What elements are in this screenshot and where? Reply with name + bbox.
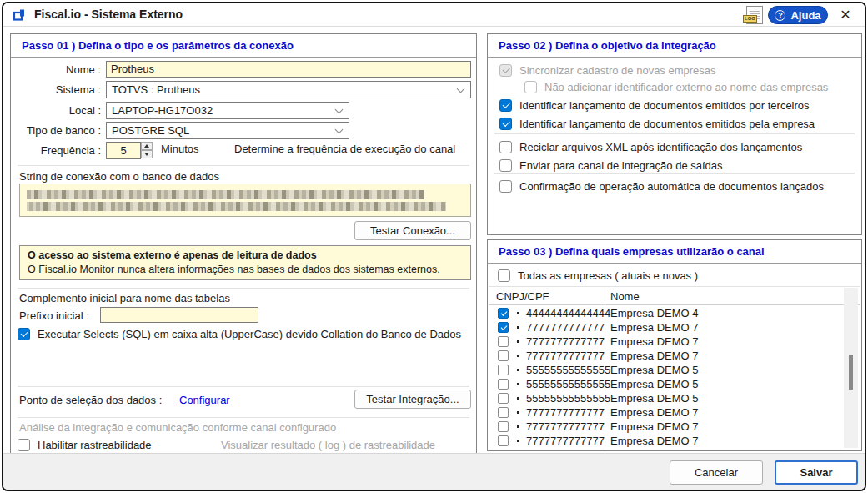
company-cnpj: 7777777777777	[526, 335, 610, 348]
company-checkbox[interactable]	[498, 322, 509, 333]
option-auto-confirm[interactable]: Confirmação de operação automática de do…	[499, 179, 824, 194]
frequencia-unit: Minutos	[161, 143, 199, 155]
divider	[18, 386, 469, 387]
no-external-id-checkbox[interactable]	[524, 81, 537, 93]
company-name: Empresa DEMO 5	[610, 378, 698, 390]
passo3-header: Passo 03 ) Defina quais empresas utiliza…	[488, 240, 861, 264]
company-row[interactable]: 44444444444444Empresa DEMO 4	[489, 306, 841, 320]
uppercase-checkbox[interactable]	[18, 328, 30, 340]
company-cnpj: 55555555555555	[526, 392, 610, 405]
local-label: Local :	[11, 103, 101, 119]
send-output-channel-checkbox[interactable]	[499, 159, 512, 172]
company-checkbox[interactable]	[498, 407, 509, 418]
company-row[interactable]: 55555555555555Empresa DEMO 5	[489, 391, 841, 405]
identify-third-party-checkbox[interactable]	[499, 99, 512, 112]
passo1-header: Passo 01 ) Defina o tipo e os parâmetros…	[11, 34, 476, 58]
log-file-icon[interactable]: LOG	[746, 6, 763, 24]
company-checkbox[interactable]	[498, 365, 509, 375]
all-companies-checkbox[interactable]	[498, 269, 510, 282]
test-connection-button[interactable]: Testar Conexão...	[354, 221, 471, 240]
nome-label: Nome :	[11, 62, 101, 78]
divider	[18, 288, 469, 289]
company-row[interactable]	[489, 448, 841, 449]
all-companies-option-row[interactable]: Todas as empresas ( atuais e novas )	[498, 268, 698, 283]
scrollbar-track[interactable]	[844, 288, 858, 448]
company-cnpj: 55555555555555	[526, 378, 610, 390]
company-cnpj: 44444444444444	[526, 307, 610, 319]
option-no-external-id[interactable]: Não adicionar identificador externo ao n…	[524, 79, 828, 94]
panel-passo-01: Passo 01 ) Defina o tipo e os parâmetros…	[10, 33, 477, 454]
nome-input[interactable]: Protheus	[106, 61, 471, 78]
bullet-icon	[517, 440, 519, 442]
readonly-notice-title: O acesso ao sistema externo é apenas de …	[28, 249, 463, 263]
cancel-button[interactable]: Cancelar	[670, 460, 763, 485]
company-checkbox[interactable]	[498, 350, 509, 361]
company-name: Empresa DEMO 7	[610, 435, 698, 447]
company-row[interactable]: 55555555555555Empresa DEMO 5	[489, 363, 841, 377]
company-checkbox[interactable]	[498, 336, 509, 347]
company-checkbox[interactable]	[498, 308, 509, 319]
chevron-down-icon	[457, 85, 465, 93]
conn-string-input[interactable]	[19, 184, 471, 217]
column-header-nome[interactable]: Nome	[610, 290, 640, 303]
company-checkbox[interactable]	[498, 379, 509, 390]
stepper-up-icon[interactable]	[141, 142, 153, 150]
bullet-icon	[517, 355, 519, 357]
passo2-header: Passo 02 ) Defina o objetivo da integraç…	[488, 34, 861, 58]
configure-link[interactable]: Configurar	[179, 394, 230, 406]
company-checkbox[interactable]	[498, 421, 509, 432]
column-header-cnpj[interactable]: CNPJ/CPF	[496, 290, 549, 303]
recycle-xml-checkbox[interactable]	[499, 141, 512, 153]
option-label: Identificar lançamento de documentos emi…	[519, 118, 815, 130]
close-icon[interactable]: ✕	[835, 4, 855, 26]
redacted-text-line	[27, 190, 424, 199]
bullet-icon	[517, 369, 519, 371]
trace-option-row[interactable]: Habilitar rastreabilidade	[18, 437, 152, 452]
company-checkbox[interactable]	[498, 435, 509, 446]
stepper-down-icon[interactable]	[141, 150, 153, 158]
local-select[interactable]: LAPTOP-HG17O032	[106, 102, 349, 119]
company-name: Empresa DEMO 5	[610, 392, 698, 405]
window-title: Fiscal.io - Sistema Externo	[34, 3, 183, 26]
option-recycle-xml[interactable]: Reciclar arquivos XML após identificação…	[499, 139, 802, 154]
company-row[interactable]: 7777777777777Empresa DEMO 7	[489, 349, 841, 363]
sync-companies-checkbox[interactable]	[499, 64, 512, 77]
frequencia-label: Frequência :	[11, 143, 101, 159]
help-button[interactable]: ? Ajuda	[768, 6, 828, 24]
uppercase-option-label: Executar Selects (SQL) em caixa alta (Up…	[38, 328, 461, 340]
frequencia-value[interactable]: 5	[106, 142, 141, 159]
company-row[interactable]: 7777777777777Empresa DEMO 7	[489, 320, 841, 335]
bullet-icon	[517, 326, 519, 329]
divider	[489, 304, 860, 305]
frequencia-stepper[interactable]: 5	[106, 142, 153, 159]
company-name: Empresa DEMO 7	[610, 406, 698, 419]
company-row[interactable]: 55555555555555Empresa DEMO 5	[489, 377, 841, 391]
auto-confirm-checkbox[interactable]	[499, 180, 512, 193]
bullet-icon	[517, 397, 519, 400]
tipo-banco-select-value: POSTGRE SQL	[112, 124, 189, 137]
company-name: Empresa DEMO 4	[610, 307, 698, 319]
test-integration-button[interactable]: Testar Integração...	[354, 390, 471, 409]
bullet-icon	[517, 383, 519, 385]
trace-checkbox[interactable]	[18, 439, 30, 451]
identify-company-docs-checkbox[interactable]	[499, 118, 512, 130]
option-identify-third-party[interactable]: Identificar lançamento de documentos emi…	[499, 98, 810, 113]
company-row[interactable]: 7777777777777Empresa DEMO 7	[489, 420, 841, 434]
company-row[interactable]: 7777777777777Empresa DEMO 7	[489, 335, 841, 349]
option-identify-company-docs[interactable]: Identificar lançamento de documentos emi…	[499, 116, 815, 131]
scrollbar-thumb[interactable]	[849, 355, 853, 390]
company-list: 44444444444444Empresa DEMO 4777777777777…	[489, 306, 841, 449]
company-checkbox[interactable]	[498, 393, 509, 404]
option-sync-companies[interactable]: Sincronizar cadastro de novas empresas	[499, 63, 716, 78]
company-row[interactable]: 7777777777777Empresa DEMO 7	[489, 434, 841, 448]
company-row[interactable]: 7777777777777Empresa DEMO 7	[489, 405, 841, 420]
analysis-hint: Análise da integração e comunicação conf…	[19, 421, 336, 434]
bullet-icon	[517, 312, 519, 314]
sistema-select[interactable]: TOTVS : Protheus	[106, 81, 471, 98]
prefix-input[interactable]	[100, 307, 258, 323]
all-companies-label: Todas as empresas ( atuais e novas )	[518, 269, 698, 282]
uppercase-option-row[interactable]: Executar Selects (SQL) em caixa alta (Up…	[18, 326, 461, 341]
save-button[interactable]: Salvar	[775, 460, 858, 485]
option-send-output-channel[interactable]: Enviar para canal de integração de saída…	[499, 158, 723, 173]
tipo-banco-select[interactable]: POSTGRE SQL	[106, 122, 349, 139]
